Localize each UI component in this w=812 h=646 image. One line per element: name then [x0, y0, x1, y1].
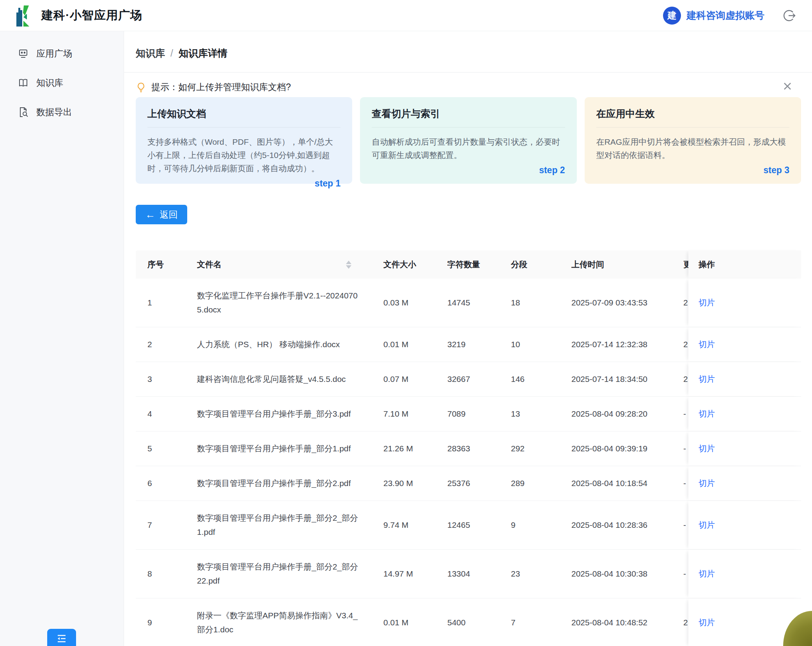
card-title: 上传知识文档 — [147, 107, 340, 128]
table-row: 2 人力系统（PS、HR） 移动端操作.docx 0.01 M 3219 10 … — [136, 327, 801, 362]
sidebar-collapse-button[interactable] — [47, 629, 76, 646]
step-badge: step 1 — [147, 178, 340, 189]
table-row: 5 数字项目管理平台用户操作手册_部分1.pdf 21.26 M 28363 2… — [136, 431, 801, 466]
avatar[interactable]: 建 — [663, 7, 681, 25]
close-icon[interactable] — [781, 80, 794, 93]
file-name: 数字化监理工作平台操作手册V2.1--20240705.docx — [185, 279, 372, 327]
file-size: 0.07 M — [372, 374, 436, 384]
file-size: 0.01 M — [372, 340, 436, 349]
action-cell: 切片 — [688, 550, 801, 598]
row-index: 7 — [136, 520, 185, 530]
step-card-slices: 查看切片与索引 自动解析成功后可查看切片数量与索引状态，必要时可重新生成或调整配… — [360, 97, 576, 184]
row-index: 5 — [136, 444, 185, 453]
back-arrow-icon: ← — [145, 209, 156, 220]
slice-link[interactable]: 切片 — [699, 374, 715, 385]
col-filename[interactable]: 文件名 — [185, 257, 372, 272]
segment-count: 9 — [499, 520, 560, 530]
segment-count: 146 — [499, 374, 560, 384]
col-actions: 操作 — [688, 250, 801, 279]
upload-time: 2025-08-04 09:39:19 — [560, 444, 672, 453]
segment-count: 23 — [499, 569, 560, 579]
slice-link[interactable]: 切片 — [699, 478, 715, 489]
row-index: 4 — [136, 409, 185, 419]
breadcrumb-parent[interactable]: 知识库 — [136, 47, 165, 60]
segment-count: 289 — [499, 479, 560, 488]
char-count: 25376 — [436, 479, 499, 488]
upload-time: 2025-07-09 03:43:53 — [560, 298, 672, 307]
knowledge-base-icon — [18, 78, 28, 88]
row-index: 1 — [136, 298, 185, 307]
main-content: 知识库 / 知识库详情 提示：如何上传并管理知识库文档? 上传知识文档 支持多种… — [124, 31, 812, 646]
account-name[interactable]: 建科咨询虚拟账号 — [686, 9, 764, 22]
slice-link[interactable]: 切片 — [699, 520, 715, 531]
sidebar: 应用广场 知识库 数据导出 — [0, 31, 124, 646]
step-badge: step 3 — [596, 165, 789, 176]
breadcrumb-divider — [124, 72, 812, 73]
col-updatetime-clipped: 更 — [672, 259, 688, 270]
row-index: 9 — [136, 618, 185, 627]
table-row: 7 数字项目管理平台用户操作手册_部分2_部分1.pdf 9.74 M 1246… — [136, 501, 801, 550]
update-time-clipped: 2 — [672, 298, 688, 307]
upload-time: 2025-07-14 18:34:50 — [560, 374, 672, 384]
documents-table: 序号 文件名 文件大小 字符数量 分段 上传时间 更 操作 1 数字化监理工作平… — [136, 250, 801, 646]
app-plaza-icon — [18, 48, 28, 59]
file-size: 14.97 M — [372, 569, 436, 579]
card-body: 支持多种格式（Word、PDF、图片等），单个/总大小有上限，上传后自动处理（约… — [147, 135, 340, 175]
file-size: 0.01 M — [372, 618, 436, 627]
sort-icon[interactable] — [346, 261, 351, 269]
col-charcount: 字符数量 — [436, 259, 499, 270]
sidebar-item-label: 数据导出 — [36, 106, 72, 118]
slice-link[interactable]: 切片 — [699, 408, 715, 419]
file-name: 建科咨询信息化常见问题答疑_v4.5.5.doc — [185, 362, 372, 396]
file-size: 7.10 M — [372, 409, 436, 419]
sidebar-item-app-plaza[interactable]: 应用广场 — [0, 39, 124, 68]
update-time-clipped: - — [672, 444, 688, 453]
char-count: 14745 — [436, 298, 499, 307]
char-count: 5400 — [436, 618, 499, 627]
tip-banner: 提示：如何上传并管理知识库文档? — [136, 81, 798, 93]
action-cell: 切片 — [688, 466, 801, 500]
step-cards: 上传知识文档 支持多种格式（Word、PDF、图片等），单个/总大小有上限，上传… — [136, 97, 801, 184]
slice-link[interactable]: 切片 — [699, 568, 715, 579]
file-size: 21.26 M — [372, 444, 436, 453]
table-header: 序号 文件名 文件大小 字符数量 分段 上传时间 更 操作 — [136, 250, 801, 279]
segment-count: 7 — [499, 618, 560, 627]
file-size: 9.74 M — [372, 520, 436, 530]
slice-link[interactable]: 切片 — [699, 617, 715, 628]
slice-link[interactable]: 切片 — [699, 339, 715, 350]
table-row: 9 附录一《数字监理APP简易操作指南》V3.4_部分1.doc 0.01 M … — [136, 598, 801, 646]
upload-time: 2025-08-04 10:30:38 — [560, 569, 672, 579]
card-body: 在RAG应用中切片将会被模型检索并召回，形成大模型对话的依据语料。 — [596, 135, 789, 162]
sidebar-item-data-export[interactable]: 数据导出 — [0, 98, 124, 127]
step-card-apply: 在应用中生效 在RAG应用中切片将会被模型检索并召回，形成大模型对话的依据语料。… — [585, 97, 801, 184]
card-title: 查看切片与索引 — [372, 107, 565, 128]
menu-fold-icon — [56, 633, 67, 644]
breadcrumb-separator: / — [170, 48, 173, 59]
back-button-label: 返回 — [160, 209, 178, 221]
back-button[interactable]: ← 返回 — [136, 205, 187, 224]
file-name: 人力系统（PS、HR） 移动端操作.docx — [185, 327, 372, 362]
lightbulb-icon — [136, 82, 146, 92]
file-name: 数字项目管理平台用户操作手册_部分2.pdf — [185, 466, 372, 500]
logout-icon[interactable] — [783, 9, 796, 22]
action-cell: 切片 — [688, 397, 801, 431]
char-count: 13304 — [436, 569, 499, 579]
step-badge: step 2 — [372, 165, 565, 176]
slice-link[interactable]: 切片 — [699, 297, 715, 308]
file-size: 23.90 M — [372, 479, 436, 488]
upload-time: 2025-08-04 10:18:54 — [560, 479, 672, 488]
sidebar-item-label: 知识库 — [36, 77, 63, 89]
table-row: 6 数字项目管理平台用户操作手册_部分2.pdf 23.90 M 25376 2… — [136, 466, 801, 501]
update-time-clipped: 2 — [672, 374, 688, 384]
upload-time: 2025-07-14 12:32:38 — [560, 340, 672, 349]
update-time-clipped: - — [672, 569, 688, 579]
sidebar-item-knowledge-base[interactable]: 知识库 — [0, 68, 124, 98]
account-area[interactable]: 建 建科咨询虚拟账号 — [663, 7, 764, 25]
row-index: 3 — [136, 374, 185, 384]
action-cell: 切片 — [688, 362, 801, 396]
slice-link[interactable]: 切片 — [699, 443, 715, 454]
col-filesize: 文件大小 — [372, 259, 436, 270]
action-cell: 切片 — [688, 431, 801, 466]
file-size: 0.03 M — [372, 298, 436, 307]
action-cell: 切片 — [688, 501, 801, 549]
